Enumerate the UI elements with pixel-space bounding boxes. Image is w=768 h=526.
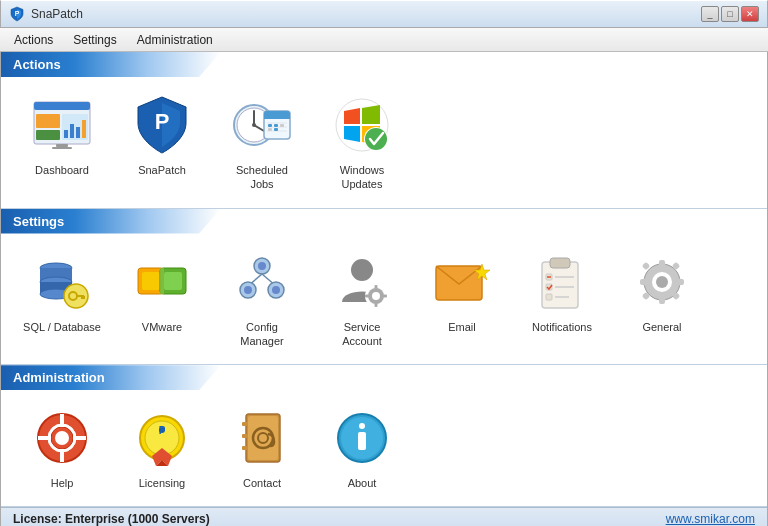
sql-database-icon — [34, 254, 90, 310]
svg-rect-81 — [676, 279, 684, 285]
svg-rect-4 — [36, 130, 60, 140]
svg-rect-78 — [659, 260, 665, 268]
snapatch-item[interactable]: P SnaPatch — [117, 87, 207, 198]
minimize-button[interactable]: _ — [701, 6, 719, 22]
administration-content: Help P Licensi — [1, 390, 767, 506]
notifications-item[interactable]: Notifications — [517, 244, 607, 355]
licensing-item[interactable]: P Licensing — [117, 400, 207, 496]
config-manager-icon — [234, 254, 290, 310]
status-bar: License: Enterprise (1000 Servers) www.s… — [1, 507, 767, 526]
service-account-icon — [334, 254, 390, 310]
vmware-icon-box — [130, 250, 194, 314]
close-button[interactable]: ✕ — [741, 6, 759, 22]
app-icon: P — [9, 6, 25, 22]
svg-rect-43 — [142, 272, 160, 290]
svg-point-31 — [365, 128, 387, 150]
general-icon-box — [630, 250, 694, 314]
svg-rect-8 — [76, 127, 80, 138]
config-manager-item[interactable]: Config Manager — [217, 244, 307, 355]
help-label: Help — [51, 476, 74, 490]
dashboard-item[interactable]: Dashboard — [17, 87, 107, 198]
about-item[interactable]: About — [317, 400, 407, 496]
contact-item[interactable]: Contact — [217, 400, 307, 496]
dashboard-label: Dashboard — [35, 163, 89, 177]
snapatch-label: SnaPatch — [138, 163, 186, 177]
svg-rect-28 — [274, 128, 278, 131]
service-account-label: Service Account — [323, 320, 401, 349]
sql-database-icon-box — [30, 250, 94, 314]
svg-rect-46 — [160, 268, 164, 294]
svg-text:P: P — [159, 425, 166, 436]
website-link[interactable]: www.smikar.com — [666, 512, 755, 526]
title-text: SnaPatch — [31, 7, 83, 21]
settings-header: Settings — [1, 209, 221, 234]
svg-rect-2 — [34, 102, 90, 110]
svg-rect-61 — [365, 294, 369, 297]
svg-point-58 — [372, 292, 380, 300]
email-item[interactable]: Email — [417, 244, 507, 355]
service-account-item[interactable]: Service Account — [317, 244, 407, 355]
scheduled-jobs-icon-box — [230, 93, 294, 157]
svg-rect-108 — [358, 432, 366, 450]
windows-updates-label: Windows Updates — [323, 163, 401, 192]
svg-rect-59 — [375, 285, 378, 289]
config-manager-label: Config Manager — [223, 320, 301, 349]
menu-bar: Actions Settings Administration — [0, 28, 768, 52]
title-bar-left: P SnaPatch — [9, 6, 83, 22]
svg-rect-6 — [64, 130, 68, 138]
svg-rect-26 — [280, 124, 284, 127]
help-icon — [34, 410, 90, 466]
svg-point-107 — [359, 423, 365, 429]
svg-rect-104 — [242, 446, 248, 450]
email-label: Email — [448, 320, 476, 334]
vmware-item[interactable]: VMware — [117, 244, 207, 355]
svg-rect-25 — [274, 124, 278, 127]
svg-point-89 — [55, 431, 69, 445]
svg-rect-45 — [164, 272, 182, 290]
svg-rect-103 — [242, 434, 248, 438]
title-controls: _ □ ✕ — [701, 6, 759, 22]
snapatch-icon-box: P — [130, 93, 194, 157]
svg-point-55 — [351, 259, 373, 281]
menu-settings[interactable]: Settings — [63, 30, 126, 50]
svg-point-77 — [656, 276, 668, 288]
general-item[interactable]: General — [617, 244, 707, 355]
about-icon-box — [330, 406, 394, 470]
svg-rect-20 — [264, 116, 290, 119]
sql-database-item[interactable]: SQL / Database — [17, 244, 107, 355]
actions-header: Actions — [1, 52, 221, 77]
vmware-icon — [134, 254, 190, 310]
svg-text:P: P — [155, 109, 170, 134]
licensing-icon: P — [134, 410, 190, 466]
scheduled-jobs-icon — [232, 97, 292, 153]
svg-rect-72 — [546, 294, 552, 300]
svg-rect-24 — [268, 124, 272, 127]
dashboard-icon — [32, 100, 92, 150]
licensing-icon-box: P — [130, 406, 194, 470]
svg-rect-62 — [383, 294, 387, 297]
main-container: Actions — [0, 52, 768, 526]
licensing-label: Licensing — [139, 476, 185, 490]
scheduled-jobs-label: Scheduled Jobs — [223, 163, 301, 192]
general-icon — [634, 254, 690, 310]
svg-rect-79 — [659, 296, 665, 304]
settings-content: SQL / Database VMware — [1, 234, 767, 365]
notifications-label: Notifications — [532, 320, 592, 334]
email-icon — [432, 256, 492, 308]
email-icon-box — [430, 250, 494, 314]
contact-icon-box — [230, 406, 294, 470]
scheduled-jobs-item[interactable]: Scheduled Jobs — [217, 87, 307, 198]
svg-text:P: P — [15, 10, 20, 17]
menu-administration[interactable]: Administration — [127, 30, 223, 50]
contact-label: Contact — [243, 476, 281, 490]
maximize-button[interactable]: □ — [721, 6, 739, 22]
help-item[interactable]: Help — [17, 400, 107, 496]
svg-rect-27 — [268, 128, 272, 131]
about-icon — [334, 410, 390, 466]
menu-actions[interactable]: Actions — [4, 30, 63, 50]
svg-rect-60 — [375, 303, 378, 307]
windows-updates-item[interactable]: Windows Updates — [317, 87, 407, 198]
svg-rect-7 — [70, 124, 74, 138]
contact-icon — [234, 410, 290, 466]
administration-section: Administration — [1, 365, 767, 507]
